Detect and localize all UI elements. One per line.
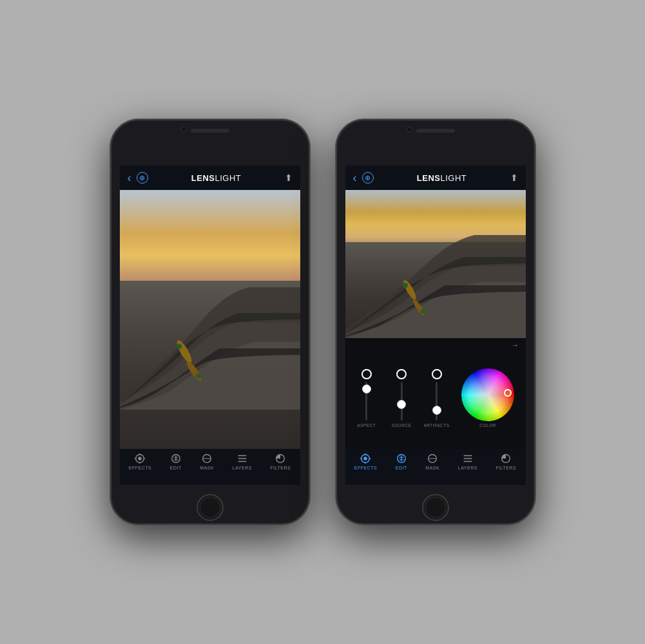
mask-icon-left (201, 453, 213, 464)
layers-icon-right (462, 453, 474, 464)
tab-effects-left[interactable]: EFFECTS (129, 453, 151, 470)
home-button-inner-left (200, 497, 220, 518)
svg-point-23 (421, 308, 426, 314)
source-track[interactable] (401, 382, 403, 421)
ramp-svg-left (120, 190, 300, 449)
home-button-inner-right (425, 497, 446, 518)
tab-filters-left[interactable]: FILTERS (270, 453, 291, 470)
svg-point-3 (196, 374, 201, 379)
photo-area-left (120, 190, 300, 449)
edit-label-right: EDIT (396, 466, 407, 470)
phone-left: ‹ ⊕ LENSLIGHT ⬆ (110, 119, 310, 525)
source-slider-col: SOURCE (385, 369, 418, 428)
screen-right: ‹ ⊕ LENSLIGHT ⬆ (345, 166, 526, 485)
ramp-svg-right (345, 190, 526, 338)
aspect-label: ASPECT (357, 423, 376, 428)
phone-camera-right (407, 127, 412, 132)
effects-icon-right (360, 453, 371, 464)
zoom-button-left[interactable]: ⊕ (137, 172, 148, 184)
share-button-left[interactable]: ⬆ (285, 173, 293, 183)
home-button-left[interactable] (197, 494, 224, 521)
bottom-bar-right: EFFECTS EDIT (345, 449, 526, 485)
tab-filters-right[interactable]: FILTERS (496, 453, 516, 470)
svg-point-2 (177, 344, 182, 349)
share-button-right[interactable]: ⬆ (510, 173, 518, 183)
zoom-button-right[interactable]: ⊕ (362, 172, 374, 184)
app-title-left: LENSLIGHT (191, 172, 241, 184)
back-button-right[interactable]: ‹ (353, 171, 357, 185)
skatepark-photo-left (120, 190, 300, 449)
source-thumb[interactable] (397, 400, 406, 409)
tab-mask-right[interactable]: MASK (425, 453, 439, 470)
effects-label-left: EFFECTS (129, 466, 151, 470)
layers-label-left: LAYERS (233, 466, 252, 470)
back-button-left[interactable]: ‹ (128, 171, 131, 185)
tab-effects-right[interactable]: EFFECTS (354, 453, 377, 470)
edit-label-left: EDIT (170, 466, 182, 470)
tab-mask-left[interactable]: MASK (200, 453, 214, 470)
tab-edit-left[interactable]: EDIT (170, 453, 182, 470)
header-right-controls: ⬆ (285, 173, 293, 183)
right-arrow-icon: → (512, 341, 519, 350)
layers-label-right: LAYERS (458, 466, 477, 470)
svg-point-22 (403, 283, 408, 288)
edit-icon-right (396, 453, 407, 464)
tab-edit-right[interactable]: EDIT (396, 453, 407, 470)
svg-point-5 (139, 457, 142, 460)
app-title-right: LENSLIGHT (417, 172, 467, 184)
aspect-track[interactable] (365, 382, 367, 421)
header-right-controls-right: ⬆ (510, 173, 518, 183)
skatepark-photo-right (345, 190, 526, 338)
tab-layers-left[interactable]: LAYERS (233, 453, 252, 470)
artifacts-thumb[interactable] (432, 406, 441, 415)
controls-arrow-row: → (345, 338, 526, 350)
filters-icon-left (274, 453, 286, 464)
controls-panel-right: → ASPECT (345, 338, 526, 449)
color-wheel-container[interactable] (461, 368, 514, 421)
title-right: LENSLIGHT (417, 173, 467, 183)
effects-icon-left (134, 453, 146, 464)
bottom-bar-left: EFFECTS EDIT (120, 449, 300, 485)
aspect-thumb[interactable] (362, 384, 371, 393)
title-bold-left: LENSLIGHT (191, 173, 241, 183)
artifacts-track[interactable] (436, 382, 438, 421)
effects-label-right: EFFECTS (354, 466, 377, 470)
mask-label-left: MASK (200, 466, 214, 470)
aspect-top-icon (361, 369, 372, 379)
screen-left: ‹ ⊕ LENSLIGHT ⬆ (120, 166, 300, 485)
layers-icon-left (236, 453, 248, 464)
sliders-and-wheel-row: ASPECT SOURCE (345, 350, 526, 449)
phones-container: ‹ ⊕ LENSLIGHT ⬆ (110, 119, 535, 525)
phone-right: ‹ ⊕ LENSLIGHT ⬆ (336, 119, 535, 525)
tab-layers-right[interactable]: LAYERS (458, 453, 477, 470)
photo-area-right (345, 190, 526, 338)
app-header-left: ‹ ⊕ LENSLIGHT ⬆ (120, 166, 300, 190)
artifacts-slider-col: ARTIFACTS (420, 369, 452, 428)
color-label: COLOR (479, 423, 496, 428)
phone-camera-left (181, 127, 186, 132)
filters-icon-right (500, 453, 512, 464)
mask-label-right: MASK (425, 466, 439, 470)
svg-point-25 (364, 457, 367, 460)
filters-label-left: FILTERS (270, 466, 291, 470)
app-header-right: ‹ ⊕ LENSLIGHT ⬆ (345, 166, 526, 190)
header-left-controls: ‹ ⊕ (128, 171, 148, 185)
color-wheel-col: COLOR (456, 368, 521, 428)
header-left-controls-right: ‹ ⊕ (353, 171, 374, 185)
filters-label-right: FILTERS (496, 466, 516, 470)
source-label: SOURCE (392, 423, 412, 428)
artifacts-top-icon (432, 369, 442, 379)
home-button-right[interactable] (422, 494, 449, 521)
mask-icon-right (427, 453, 438, 464)
aspect-slider-col: ASPECT (351, 369, 383, 428)
artifacts-label: ARTIFACTS (423, 423, 449, 428)
source-top-icon (396, 369, 407, 379)
edit-icon-left (170, 453, 182, 464)
color-wheel-dot[interactable] (504, 389, 512, 397)
